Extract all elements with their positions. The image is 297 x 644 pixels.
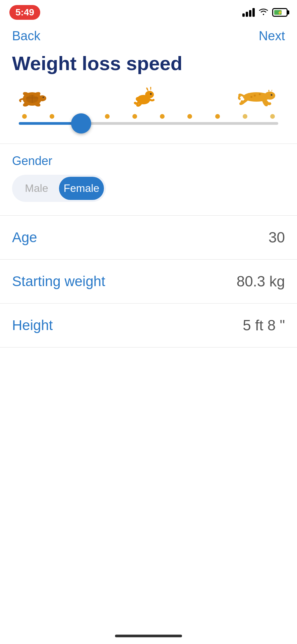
gender-label: Gender	[12, 154, 285, 168]
speed-icons	[12, 85, 285, 109]
next-button[interactable]: Next	[259, 29, 285, 43]
divider-5	[0, 347, 297, 347]
height-label: Height	[12, 317, 53, 333]
svg-point-5	[43, 97, 44, 98]
status-icons: ⚡	[242, 7, 288, 18]
nav-bar: Back Next	[0, 23, 297, 49]
svg-point-19	[250, 96, 252, 98]
cheetah-icon	[238, 86, 278, 109]
age-label: Age	[12, 229, 37, 246]
page-title: Weight loss speed	[0, 52, 297, 74]
svg-point-13	[136, 97, 140, 101]
height-section[interactable]: Height 5 ft 8 "	[0, 304, 297, 347]
home-indicator	[115, 635, 182, 637]
svg-point-12	[150, 93, 152, 95]
gender-male-button[interactable]: Male	[14, 177, 59, 200]
age-section[interactable]: Age 30	[0, 216, 297, 259]
starting-weight-label: Starting weight	[12, 273, 105, 289]
svg-point-17	[254, 95, 256, 97]
age-value: 30	[269, 229, 285, 246]
svg-point-11	[145, 91, 154, 98]
turtle-icon	[19, 90, 49, 109]
starting-weight-section[interactable]: Starting weight 80.3 kg	[0, 260, 297, 303]
rabbit-icon	[130, 85, 157, 109]
battery-icon: ⚡	[272, 8, 288, 17]
signal-icon	[242, 8, 255, 17]
starting-weight-value: 80.3 kg	[237, 273, 285, 290]
gender-toggle: Male Female	[12, 175, 106, 202]
speed-slider-container	[12, 122, 285, 133]
gender-female-button[interactable]: Female	[59, 177, 104, 200]
speed-section	[0, 85, 297, 133]
back-button[interactable]: Back	[12, 29, 40, 43]
status-bar: 5:49 ⚡	[0, 0, 297, 23]
svg-point-16	[271, 94, 273, 96]
svg-point-4	[38, 95, 46, 101]
svg-point-15	[264, 92, 275, 100]
status-time: 5:49	[9, 5, 40, 20]
svg-point-18	[259, 93, 261, 95]
wifi-icon	[258, 7, 269, 18]
gender-section: Gender Male Female	[0, 144, 297, 215]
height-value: 5 ft 8 "	[243, 317, 285, 334]
